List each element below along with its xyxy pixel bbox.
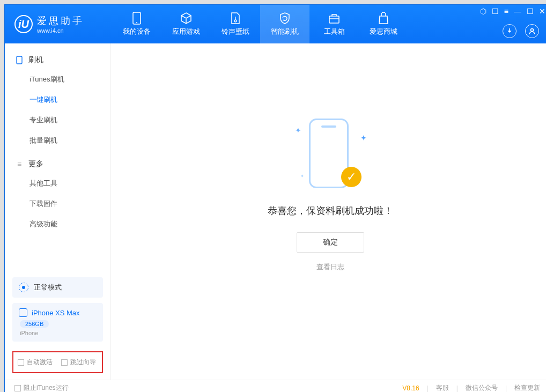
- device-name: iPhone XS Max: [32, 309, 80, 317]
- svg-rect-4: [17, 56, 22, 64]
- tab-label: 工具箱: [324, 27, 345, 36]
- sidebar-item-oneclick-flash[interactable]: 一键刷机: [5, 90, 110, 110]
- tab-toolbox[interactable]: 工具箱: [309, 5, 359, 43]
- check-badge-icon: ✓: [341, 167, 361, 187]
- sidebar-item-itunes-flash[interactable]: iTunes刷机: [5, 69, 110, 90]
- success-illustration: ✦ ✦ ✦ ✓: [298, 114, 363, 195]
- tab-ringtone[interactable]: 铃声壁纸: [211, 5, 260, 43]
- shield-refresh-icon: [278, 12, 291, 25]
- sidebar-item-advanced[interactable]: 高级功能: [5, 214, 110, 234]
- tab-flash[interactable]: 智能刷机: [260, 5, 309, 43]
- app-window: iU 爱思助手 www.i4.cn 我的设备 应用游戏 铃声壁纸 智能刷机: [4, 4, 546, 392]
- sparkle-icon: ✦: [295, 126, 301, 135]
- checkbox-block-itunes[interactable]: 阻止iTunes运行: [14, 383, 69, 392]
- checkbox-icon: [18, 359, 24, 366]
- footer-wechat-link[interactable]: 微信公众号: [466, 383, 498, 392]
- phone-small-icon: [19, 308, 27, 317]
- checkbox-auto-activate[interactable]: 自动激活: [18, 358, 53, 367]
- tab-label: 爱思商城: [370, 27, 397, 36]
- version-label: V8.16: [402, 384, 419, 392]
- app-title: 爱思助手: [37, 14, 84, 27]
- device-icon: [16, 56, 23, 64]
- sidebar: 刷机 iTunes刷机 一键刷机 专业刷机 批量刷机 ≡ 更多 其他工具 下载固…: [5, 43, 111, 380]
- checkbox-label: 自动激活: [27, 358, 53, 367]
- sidebar-header-flash: 刷机: [5, 51, 110, 69]
- options-highlighted-box: 自动激活 跳过向导: [12, 351, 103, 373]
- sidebar-item-download-fw[interactable]: 下载固件: [5, 194, 110, 214]
- window-controls: ⬡ ☐ ≡ — ☐ ✕: [480, 7, 545, 16]
- checkbox-icon: [14, 385, 21, 391]
- logo-area: iU 爱思助手 www.i4.cn: [5, 5, 112, 43]
- checkbox-skip-guide[interactable]: 跳过向导: [61, 358, 96, 367]
- checkbox-icon: [61, 359, 68, 366]
- ok-button[interactable]: 确定: [297, 232, 364, 253]
- download-icon[interactable]: [503, 24, 517, 38]
- footer-right: V8.16 | 客服 | 微信公众号 | 检查更新: [402, 383, 540, 392]
- list-icon: ≡: [16, 160, 23, 168]
- user-icon[interactable]: [525, 24, 539, 38]
- success-message: 恭喜您，保资料刷机成功啦！: [268, 204, 393, 217]
- tab-label: 智能刷机: [271, 27, 299, 36]
- tab-label: 我的设备: [123, 27, 151, 36]
- svg-point-3: [531, 29, 534, 32]
- main-tabs: 我的设备 应用游戏 铃声壁纸 智能刷机 工具箱 爱思商城: [112, 5, 408, 43]
- mode-label: 正常模式: [34, 283, 62, 292]
- body: 刷机 iTunes刷机 一键刷机 专业刷机 批量刷机 ≡ 更多 其他工具 下载固…: [5, 43, 546, 380]
- toolbox-icon: [328, 12, 341, 25]
- app-url: www.i4.cn: [37, 27, 84, 34]
- sidebar-header-more: ≡ 更多: [5, 155, 110, 173]
- checkbox-label: 阻止iTunes运行: [24, 383, 69, 392]
- logo-text: 爱思助手 www.i4.cn: [37, 14, 84, 34]
- feedback-icon[interactable]: ☐: [492, 7, 499, 16]
- sidebar-item-batch-flash[interactable]: 批量刷机: [5, 130, 110, 151]
- titlebar: iU 爱思助手 www.i4.cn 我的设备 应用游戏 铃声壁纸 智能刷机: [5, 5, 546, 43]
- tab-store[interactable]: 爱思商城: [359, 5, 408, 43]
- device-card[interactable]: iPhone XS Max 256GB iPhone: [12, 303, 103, 342]
- section-title: 更多: [28, 159, 43, 169]
- music-file-icon: [229, 12, 242, 25]
- logo-icon: iU: [14, 15, 33, 33]
- svg-rect-2: [329, 16, 339, 23]
- tab-label: 应用游戏: [172, 27, 200, 36]
- minimize-button[interactable]: —: [514, 7, 521, 16]
- sparkle-icon: ✦: [300, 174, 304, 179]
- bag-icon: [377, 12, 390, 25]
- phone-icon: [130, 12, 143, 25]
- tab-my-device[interactable]: 我的设备: [112, 5, 161, 43]
- footer: 阻止iTunes运行 V8.16 | 客服 | 微信公众号 | 检查更新: [5, 380, 546, 392]
- svg-point-1: [136, 22, 137, 23]
- sparkle-icon: ✦: [360, 134, 367, 142]
- section-title: 刷机: [28, 55, 43, 65]
- close-button[interactable]: ✕: [539, 7, 545, 16]
- tab-label: 铃声壁纸: [222, 27, 249, 36]
- menu-icon[interactable]: ≡: [504, 7, 508, 16]
- device-type: iPhone: [20, 330, 97, 336]
- sidebar-item-other-tools[interactable]: 其他工具: [5, 173, 110, 194]
- device-name-row: iPhone XS Max: [19, 308, 97, 317]
- mode-card[interactable]: 正常模式: [12, 277, 103, 298]
- sidebar-section-more: ≡ 更多 其他工具 下载固件 高级功能: [5, 155, 110, 234]
- storage-badge: 256GB: [20, 320, 49, 328]
- footer-service-link[interactable]: 客服: [436, 383, 449, 392]
- sidebar-section-flash: 刷机 iTunes刷机 一键刷机 专业刷机 批量刷机: [5, 51, 110, 151]
- footer-update-link[interactable]: 检查更新: [514, 383, 540, 392]
- view-log-link[interactable]: 查看日志: [316, 262, 344, 272]
- sidebar-item-pro-flash[interactable]: 专业刷机: [5, 110, 110, 130]
- mode-icon: [19, 283, 28, 292]
- main-content: ✦ ✦ ✦ ✓ 恭喜您，保资料刷机成功啦！ 确定 查看日志: [111, 43, 546, 380]
- checkbox-label: 跳过向导: [70, 358, 96, 367]
- tab-apps[interactable]: 应用游戏: [161, 5, 211, 43]
- shirt-icon[interactable]: ⬡: [480, 7, 486, 16]
- cube-icon: [180, 12, 193, 25]
- maximize-button[interactable]: ☐: [527, 7, 534, 16]
- header-right-icons: [503, 24, 539, 38]
